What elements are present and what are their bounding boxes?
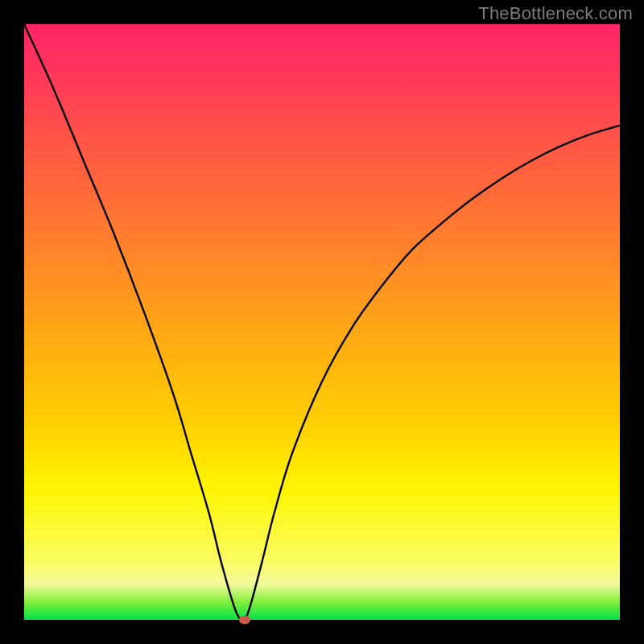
chart-frame: TheBottleneck.com <box>0 0 644 644</box>
optimum-marker <box>239 616 250 624</box>
watermark-text: TheBottleneck.com <box>478 3 633 24</box>
bottleneck-curve <box>24 24 620 620</box>
plot-area <box>24 24 620 620</box>
